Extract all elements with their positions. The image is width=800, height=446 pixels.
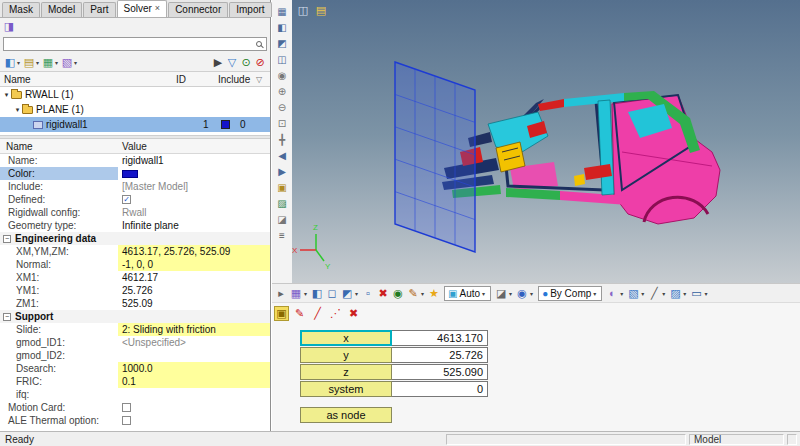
shaded-view-icon[interactable]: ◧ <box>310 286 324 300</box>
edge-style-icon-arrow[interactable]: ▾ <box>662 290 665 297</box>
prop-value[interactable]: ✓ <box>118 193 270 206</box>
organize-icon[interactable]: ▤ <box>22 55 36 69</box>
prop-value[interactable]: 4613.17, 25.726, 525.09 <box>118 245 270 258</box>
tree-header-include[interactable]: Include <box>218 74 256 85</box>
quick-edit-icon-arrow[interactable]: ▾ <box>421 290 424 297</box>
line-tool-icon[interactable]: ╱ <box>310 306 325 321</box>
coord-label-y[interactable]: y <box>300 347 392 363</box>
screen-icon[interactable]: ▭ <box>689 286 703 300</box>
prop-value[interactable]: 2: Sliding with friction <box>118 323 270 336</box>
texture-icon[interactable]: ◐ <box>605 286 619 300</box>
prop-row-ifq-[interactable]: ifq: <box>0 388 270 401</box>
viewport[interactable]: Z X Y ◫▤ <box>292 0 800 283</box>
dotted-line-icon[interactable]: ⋰ <box>328 306 343 321</box>
prop-value[interactable]: 525.09 <box>118 297 270 310</box>
solid-shade-icon[interactable]: ▧ <box>626 286 640 300</box>
pin-left-icon[interactable]: ▸ <box>274 286 288 300</box>
spotlight-icon[interactable]: ◉ <box>515 286 529 300</box>
browser-icon[interactable]: ▦ <box>289 286 303 300</box>
prev-view-icon[interactable]: ◀ <box>275 148 290 163</box>
tab-solver[interactable]: Solver× <box>117 0 168 17</box>
texture-icon-arrow[interactable]: ▾ <box>620 290 623 297</box>
quick-edit-icon[interactable]: ✎ <box>406 286 420 300</box>
transparency-icon[interactable]: ▨ <box>668 286 682 300</box>
highlight-icon[interactable]: ◉ <box>391 286 405 300</box>
checkbox[interactable] <box>122 403 131 412</box>
mask-toggle-icon[interactable]: ◪ <box>494 286 508 300</box>
selection-mode-combo[interactable]: ▣Auto▾ <box>444 286 491 301</box>
element-handles-icon[interactable]: ▫ <box>361 286 375 300</box>
as-node-button[interactable]: as node <box>300 407 392 423</box>
prop-value[interactable]: <Unspecified> <box>118 336 270 349</box>
prop-value[interactable]: -1, 0, 0 <box>118 258 270 271</box>
prop-value[interactable] <box>118 388 270 401</box>
create-entity-icon[interactable]: ◧ <box>3 55 17 69</box>
zoom-out-icon[interactable]: ⊖ <box>275 100 290 115</box>
prop-value[interactable] <box>118 401 270 414</box>
prop-row-dsearch-[interactable]: Dsearch:1000.0 <box>0 362 270 375</box>
tree-item-rigidwall1[interactable]: rigidwall110 <box>0 117 270 132</box>
prop-row-normal-[interactable]: Normal:-1, 0, 0 <box>0 258 270 271</box>
card-edit-icon[interactable]: ▦ <box>41 55 55 69</box>
reject-icon[interactable]: ✖ <box>376 286 390 300</box>
isolate-icon[interactable]: ⊙ <box>239 55 253 69</box>
browser-icon-arrow[interactable]: ▾ <box>304 290 307 297</box>
prop-value[interactable]: Infinite plane <box>118 219 270 232</box>
prop-value[interactable] <box>118 167 270 180</box>
mask-toggle-icon-arrow[interactable]: ▾ <box>509 290 512 297</box>
options-icon[interactable]: ≡ <box>275 228 290 243</box>
tree-filter-icon[interactable]: ▽ <box>256 75 270 84</box>
prop-row-color-[interactable]: Color: <box>0 167 270 180</box>
coord-label-z[interactable]: z <box>300 364 392 380</box>
rigid-wall-plane[interactable] <box>395 62 475 252</box>
fit-view-icon[interactable]: ⊡ <box>275 116 290 131</box>
fe-geometry-icon-arrow[interactable]: ▾ <box>74 59 77 66</box>
organize-icon-arrow[interactable]: ▾ <box>36 59 39 66</box>
iso-view-icon[interactable]: ◫ <box>275 52 290 67</box>
color-swatch[interactable] <box>221 120 230 129</box>
tab-model[interactable]: Model <box>41 2 82 17</box>
prop-row-xm1-[interactable]: XM1:4612.17 <box>0 271 270 284</box>
coord-value-x[interactable]: 4613.170 <box>392 330 488 346</box>
prop-row-gmod-id1-[interactable]: gmod_ID1:<Unspecified> <box>0 336 270 349</box>
front-view-icon[interactable]: ◧ <box>275 20 290 35</box>
legend-icon[interactable]: ▤ <box>314 3 328 17</box>
tab-close-icon[interactable]: × <box>155 4 160 13</box>
search-input[interactable] <box>3 37 267 51</box>
coord-value-z[interactable]: 525.090 <box>392 364 488 380</box>
prop-value[interactable]: rigidwall1 <box>118 154 270 167</box>
card-edit-icon-arrow[interactable]: ▾ <box>55 59 58 66</box>
create-entity-icon-arrow[interactable]: ▾ <box>17 59 20 66</box>
rotate-view-icon[interactable]: ◉ <box>275 68 290 83</box>
tab-mask[interactable]: Mask <box>2 2 40 17</box>
coord-label-x[interactable]: x <box>300 330 392 346</box>
color-by-combo[interactable]: ●By Comp▾ <box>538 286 602 301</box>
close-panel-icon[interactable]: ✖ <box>346 306 361 321</box>
search-icon[interactable] <box>256 41 262 47</box>
prop-value[interactable]: 25.726 <box>118 284 270 297</box>
prop-row-name-[interactable]: Name:rigidwall1 <box>0 154 270 167</box>
prop-row-fric-[interactable]: FRIC:0.1 <box>0 375 270 388</box>
wireframe-view-icon[interactable]: ◻ <box>325 286 339 300</box>
prop-row-rigidwall-config-[interactable]: Rigidwall config:Rwall <box>0 206 270 219</box>
transparency-icon-arrow[interactable]: ▾ <box>683 290 686 297</box>
filter-icon[interactable]: ▽ <box>225 55 239 69</box>
collapse-icon[interactable]: − <box>3 313 11 321</box>
clear-selection-icon[interactable]: ⊘ <box>253 55 267 69</box>
top-view-icon[interactable]: ◩ <box>275 36 290 51</box>
prop-value[interactable]: 0.1 <box>118 375 270 388</box>
prop-value[interactable]: 1000.0 <box>118 362 270 375</box>
mask-panel-icon[interactable]: ◪ <box>275 212 290 227</box>
tab-import[interactable]: Import <box>229 2 271 17</box>
entity-editor-icon[interactable]: ◨ <box>2 20 16 34</box>
prop-row-ale-thermal-option-[interactable]: ALE Thermal option: <box>0 414 270 427</box>
prop-row-slide-[interactable]: Slide:2: Sliding with friction <box>0 323 270 336</box>
prop-row-motion-card-[interactable]: Motion Card: <box>0 401 270 414</box>
tab-part[interactable]: Part <box>83 2 115 17</box>
view-cube-icon[interactable]: ▦ <box>275 4 290 19</box>
prop-row-geometry-type-[interactable]: Geometry type:Infinite plane <box>0 219 270 232</box>
section-engineering-data[interactable]: −Engineering data <box>0 232 270 245</box>
tree-item-plane-1-[interactable]: ▾PLANE (1) <box>0 102 270 117</box>
prop-value[interactable] <box>118 414 270 427</box>
solid-shade-icon-arrow[interactable]: ▾ <box>641 290 644 297</box>
